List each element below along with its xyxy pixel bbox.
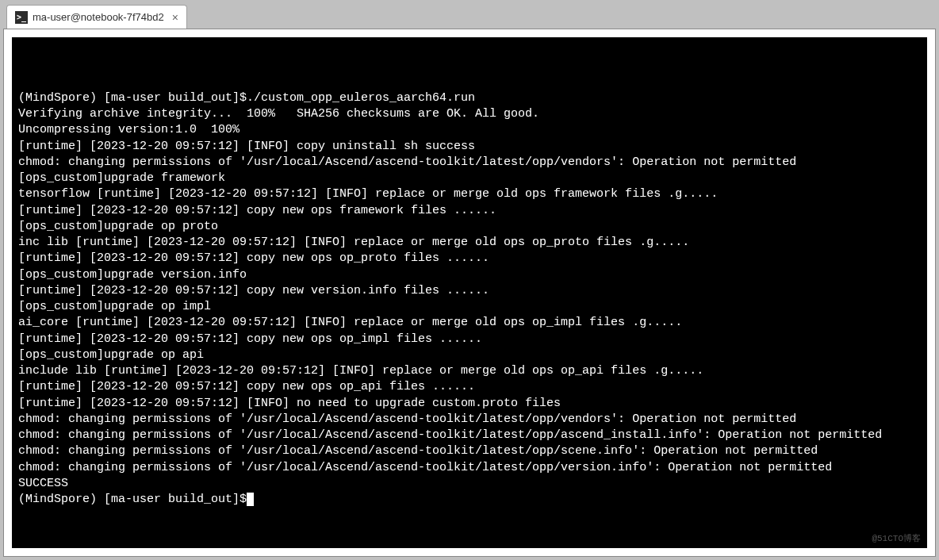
terminal-line: [runtime] [2023-12-20 09:57:12] copy new… bbox=[18, 332, 921, 347]
terminal-line: [ops_custom]upgrade version.info bbox=[18, 267, 921, 283]
terminal-line: include lib [runtime] [2023-12-20 09:57:… bbox=[18, 363, 921, 379]
terminal-line: [runtime] [2023-12-20 09:57:12] copy new… bbox=[18, 283, 921, 299]
terminal-line: chmod: changing permissions of '/usr/loc… bbox=[18, 443, 921, 459]
terminal-line: [runtime] [2023-12-20 09:57:12] [INFO] n… bbox=[18, 396, 921, 412]
terminal-line: Verifying archive integrity... 100% SHA2… bbox=[18, 106, 921, 122]
cursor bbox=[247, 493, 254, 506]
terminal-container: (MindSpore) [ma-user build_out]$./custom… bbox=[3, 29, 936, 557]
close-icon[interactable]: × bbox=[172, 11, 178, 24]
terminal-line: [ops_custom]upgrade op impl bbox=[18, 299, 921, 315]
terminal-line: chmod: changing permissions of '/usr/loc… bbox=[18, 155, 921, 171]
terminal-line: [runtime] [2023-12-20 09:57:12] copy new… bbox=[18, 379, 921, 395]
tab-title: ma-user@notebook-7f74bd2 bbox=[33, 11, 164, 23]
terminal-line: inc lib [runtime] [2023-12-20 09:57:12] … bbox=[18, 235, 921, 251]
terminal-line: SUCCESS bbox=[18, 476, 921, 492]
terminal-line: chmod: changing permissions of '/usr/loc… bbox=[18, 460, 921, 476]
terminal-line: tensorflow [runtime] [2023-12-20 09:57:1… bbox=[18, 186, 921, 202]
terminal-icon: >_ bbox=[15, 11, 28, 24]
terminal-line: [ops_custom]upgrade framework bbox=[18, 171, 921, 186]
terminal-line: chmod: changing permissions of '/usr/loc… bbox=[18, 412, 921, 428]
prompt-text: (MindSpore) [ma-user build_out]$ bbox=[18, 493, 247, 506]
terminal-tab[interactable]: >_ ma-user@notebook-7f74bd2 × bbox=[6, 5, 187, 29]
terminal-line: [runtime] [2023-12-20 09:57:12] copy new… bbox=[18, 251, 921, 267]
terminal-line: [ops_custom]upgrade op api bbox=[18, 347, 921, 363]
terminal-line: ai_core [runtime] [2023-12-20 09:57:12] … bbox=[18, 315, 921, 331]
terminal[interactable]: (MindSpore) [ma-user build_out]$./custom… bbox=[12, 37, 927, 548]
terminal-line: [ops_custom]upgrade op proto bbox=[18, 219, 921, 235]
terminal-prompt[interactable]: (MindSpore) [ma-user build_out]$ bbox=[18, 492, 921, 508]
terminal-line: (MindSpore) [ma-user build_out]$./custom… bbox=[18, 90, 921, 106]
tab-bar: >_ ma-user@notebook-7f74bd2 × bbox=[0, 0, 939, 29]
terminal-line: chmod: changing permissions of '/usr/loc… bbox=[18, 428, 921, 443]
terminal-line: [runtime] [2023-12-20 09:57:12] [INFO] c… bbox=[18, 139, 921, 155]
watermark: @51CTO博客 bbox=[872, 533, 921, 545]
terminal-line: [runtime] [2023-12-20 09:57:12] copy new… bbox=[18, 203, 921, 219]
terminal-line: Uncompressing version:1.0 100% bbox=[18, 122, 921, 138]
